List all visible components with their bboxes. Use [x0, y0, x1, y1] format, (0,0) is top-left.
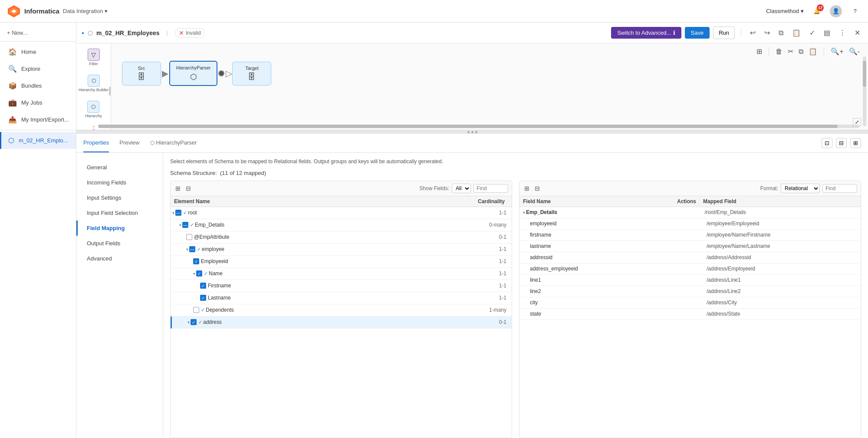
tab-preview[interactable]: Preview	[119, 134, 139, 152]
layout-btn-2[interactable]: ⊟	[836, 138, 847, 148]
check-name[interactable]: ✓	[196, 270, 202, 277]
org-selector[interactable]: Classmethod ▾	[766, 8, 804, 14]
more-button[interactable]: ⋮	[836, 27, 848, 39]
check-emp-details[interactable]: —	[182, 222, 188, 228]
check-address[interactable]: ✓	[191, 319, 197, 325]
undo-button[interactable]: ↩	[747, 27, 758, 39]
tree-row-dependents[interactable]: ✓ Dependents 1-many	[171, 304, 512, 316]
redo-button[interactable]: ↪	[762, 27, 773, 39]
tab-hierarchy-parser[interactable]: ⬡ HierarchyParser	[150, 134, 197, 152]
user-avatar[interactable]: 👤	[830, 5, 842, 17]
sidebar-item-mapping[interactable]: ⬡ m_02_HR_Emplo...	[0, 132, 76, 149]
grid-view-button[interactable]: ⊞	[755, 46, 763, 57]
tree-row-firstname[interactable]: ✓ Firstname 1-1	[171, 280, 512, 292]
rel-mapped-state: /address/State	[707, 311, 857, 317]
tree-row-employee[interactable]: ▾ — ✓ employee 1-1	[171, 244, 512, 256]
canvas-h-scrollbar[interactable]	[98, 125, 859, 128]
layout-btn-3[interactable]: ⊞	[850, 138, 861, 148]
drag-separator[interactable]	[76, 130, 868, 134]
rel-row-firstname[interactable]: firstname /employee/Name/Firstname	[519, 230, 861, 241]
run-button[interactable]: Run	[713, 26, 735, 39]
sidebar-item-explore[interactable]: 🔍 Explore	[0, 60, 76, 77]
schema-collapse-all-button[interactable]: ⊟	[184, 184, 192, 193]
sidebar-item-my-jobs[interactable]: 💼 My Jobs	[0, 94, 76, 111]
nav-input-field-selection[interactable]: Input Field Selection	[76, 205, 163, 221]
help-icon[interactable]: ?	[849, 5, 861, 17]
check-dependents[interactable]	[193, 307, 199, 313]
copy-button[interactable]: ⧉	[776, 27, 786, 39]
tree-row-emp-details[interactable]: ▾ — ✓ Emp_Details 0-many	[171, 219, 512, 231]
rel-expand-all-button[interactable]: ⊞	[523, 184, 531, 193]
show-fields-select[interactable]: All	[452, 184, 471, 193]
target-node[interactable]: Target 🗄	[232, 62, 271, 86]
switch-advanced-button[interactable]: Switch to Advanced... ℹ	[611, 27, 681, 39]
info-icon: ℹ	[673, 30, 675, 36]
hierarchy-parser-node[interactable]: HierarchyParser ⬡	[169, 61, 217, 86]
hierarchy-builder-node-palette[interactable]: ⬡ Hierarchy Builder	[77, 73, 110, 94]
src-node[interactable]: Src 🗄	[122, 62, 161, 86]
tree-card-address: 0-1	[480, 319, 510, 325]
tree-row-name[interactable]: ▾ ✓ ✓ Name 1-1	[171, 268, 512, 280]
preview-button[interactable]: ▤	[821, 27, 833, 39]
rel-row-state[interactable]: state /address/State	[519, 309, 861, 320]
panel-resize-handle[interactable]	[109, 87, 111, 96]
tab-properties[interactable]: Properties	[83, 134, 109, 152]
hierarchy-icon: ⬡	[87, 101, 99, 113]
tree-row-employeeid[interactable]: ✓ Employeeid 1-1	[171, 256, 512, 268]
rel-row-lastname[interactable]: lastname /employee/Name/Lastname	[519, 241, 861, 252]
format-select[interactable]: Relational	[781, 184, 820, 193]
nav-field-mapping[interactable]: Field Mapping	[76, 221, 163, 236]
close-button[interactable]: ✕	[852, 27, 863, 39]
duplicate-button[interactable]: ⧉	[797, 46, 805, 57]
check-root[interactable]: —	[175, 210, 181, 216]
zoom-out-button[interactable]: 🔍-	[848, 46, 861, 57]
save-button[interactable]: Save	[685, 27, 710, 39]
paste-button[interactable]: 📋	[789, 27, 803, 39]
nav-incoming-fields[interactable]: Incoming Fields	[76, 175, 163, 190]
layout-btn-1[interactable]: ⊡	[822, 138, 832, 148]
notifications-icon[interactable]: 🔔 17	[811, 5, 823, 17]
nav-general[interactable]: General	[76, 160, 163, 175]
check-employee[interactable]: —	[189, 246, 195, 252]
relational-find-input[interactable]	[822, 184, 857, 193]
schema-header: Schema Structure: (11 of 12 mapped)	[170, 170, 861, 176]
more-nodes-button[interactable]: ⋮	[90, 125, 97, 130]
rel-row-addressid[interactable]: addressid /address/Addressid	[519, 252, 861, 263]
canvas-expand-button[interactable]: ⤢	[853, 118, 861, 126]
check-lastname[interactable]: ✓	[200, 295, 206, 301]
sidebar-item-bundles[interactable]: 📦 Bundles	[0, 77, 76, 94]
new-button[interactable]: + New...	[0, 26, 76, 40]
tree-row-emp-attr[interactable]: @EmpAttribute 0-1	[171, 231, 512, 244]
filter-node-palette[interactable]: ▽ Filter	[86, 47, 102, 68]
check-firstname[interactable]: ✓	[200, 283, 206, 289]
tree-row-lastname[interactable]: ✓ Lastname 1-1	[171, 292, 512, 304]
rel-row-city[interactable]: city /address/City	[519, 297, 861, 309]
delete-button[interactable]: 🗑	[774, 46, 784, 57]
rel-row-line1[interactable]: line1 /address/Line1	[519, 275, 861, 286]
tree-row-root[interactable]: ▾ — ✓ root 1-1	[171, 207, 512, 219]
validate-button[interactable]: ✓	[807, 27, 818, 39]
rel-name-firstname: firstname	[530, 232, 681, 238]
rel-row-emp-details[interactable]: ▾ Emp_Details /root/Emp_Details	[519, 207, 861, 218]
sidebar-item-import-export[interactable]: 📤 My Import/Export...	[0, 111, 76, 128]
tree-row-address[interactable]: ▾ ✓ ✓ address 0-1	[171, 316, 512, 329]
rel-row-address-employeeid[interactable]: address_employeeid /address/Employeeid	[519, 263, 861, 275]
zoom-in-button[interactable]: 🔍+	[829, 46, 845, 57]
clipboard-button[interactable]: 📋	[807, 46, 819, 57]
nav-advanced[interactable]: Advanced	[76, 251, 163, 266]
check-employeeid[interactable]: ✓	[193, 258, 199, 264]
check-emp-attr[interactable]	[186, 234, 192, 240]
sidebar-item-home[interactable]: 🏠 Home	[0, 43, 76, 60]
schema-expand-all-button[interactable]: ⊞	[174, 184, 182, 193]
hierarchy-parser-tab-icon: ⬡	[150, 140, 155, 146]
rel-row-employeeid[interactable]: employeeid /employee/Employeeid	[519, 218, 861, 230]
rel-collapse-all-button[interactable]: ⊟	[533, 184, 541, 193]
nav-input-settings[interactable]: Input Settings	[76, 190, 163, 205]
hierarchy-node-palette[interactable]: ⬡ Hierarchy	[83, 99, 104, 120]
schema-tree: ▾ — ✓ root 1-1 ▾ —	[171, 207, 512, 438]
nav-output-fields[interactable]: Output Fields	[76, 236, 163, 251]
cut-button[interactable]: ✂	[786, 46, 795, 57]
rel-row-line2[interactable]: line2 /address/Line2	[519, 286, 861, 297]
canvas-v-scrollbar[interactable]	[863, 56, 866, 126]
schema-find-input[interactable]	[473, 184, 508, 193]
